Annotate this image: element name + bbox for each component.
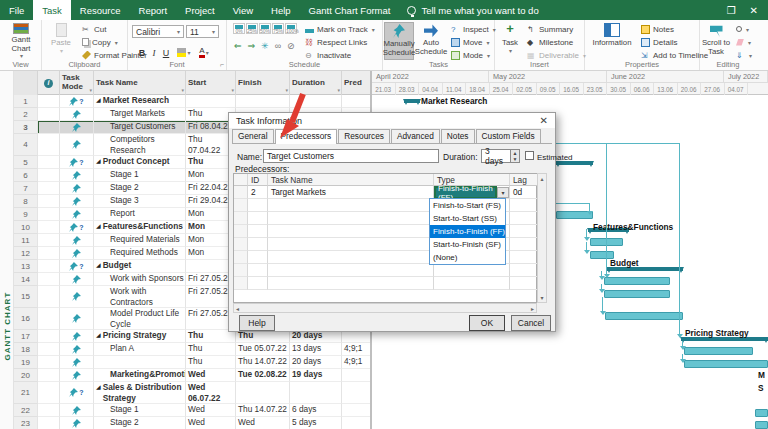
dialog-tab-advanced[interactable]: Advanced [391, 129, 440, 143]
task-name-cell[interactable]: ◢Market Research [94, 95, 186, 108]
task-name-cell[interactable]: Work with Contractors [94, 286, 186, 308]
grid-cell[interactable]: Target Markets [268, 186, 434, 199]
dialog-title-bar[interactable]: Task Information ✕ [229, 113, 555, 128]
task-information-button[interactable]: Information [587, 22, 637, 60]
task-mode-cell[interactable] [60, 208, 94, 221]
grid-cell[interactable]: 0d [510, 186, 538, 199]
task-name-cell[interactable]: ◢Budget [94, 260, 186, 273]
info-cell[interactable] [38, 108, 60, 121]
finish-cell[interactable]: Tue 02.08.22 [236, 369, 290, 382]
task-name-cell[interactable]: Required Materials [94, 234, 186, 247]
task-mode-cell[interactable] [60, 108, 94, 121]
task-name-cell[interactable]: Required Methods [94, 247, 186, 260]
tab-help[interactable]: Help [262, 0, 300, 20]
duration-cell[interactable]: 20 days [290, 356, 342, 369]
expand-collapse-icon[interactable]: ◢ [96, 95, 101, 106]
info-cell[interactable] [38, 182, 60, 195]
info-cell[interactable] [38, 234, 60, 247]
mark-on-track-button[interactable]: Mark on Track▾ [305, 23, 375, 35]
underline-button[interactable]: U [160, 46, 172, 59]
schedule-indent-controls[interactable]: ⇐⇒ ✳ ∞ ⊘ [234, 40, 295, 52]
info-cell[interactable] [38, 356, 60, 369]
row-number[interactable]: 7 [14, 182, 38, 195]
task-mode-cell[interactable] [60, 169, 94, 182]
find-button[interactable]: ▾ [736, 23, 749, 35]
task-name-cell[interactable]: ◢Pricing Strategy [94, 330, 186, 343]
dialog-close-button[interactable]: ✕ [540, 115, 548, 126]
task-mode-cell[interactable] [60, 343, 94, 356]
info-cell[interactable] [38, 273, 60, 286]
tab-task[interactable]: Task [33, 0, 71, 20]
task-mode-cell[interactable]: ? [60, 156, 94, 169]
info-cell[interactable] [38, 330, 60, 343]
task-mode-cell[interactable] [60, 234, 94, 247]
info-cell[interactable] [38, 208, 60, 221]
task-mode-cell[interactable] [60, 417, 94, 429]
row-number[interactable]: 19 [14, 356, 38, 369]
duration-cell[interactable] [290, 95, 342, 108]
font-size-combo[interactable]: 11▾ [186, 25, 219, 38]
task-mode-cell[interactable] [60, 121, 94, 134]
task-mode-header[interactable]: Task Mode▾ [60, 71, 94, 95]
grid-cell[interactable] [510, 277, 538, 290]
grid-cell[interactable] [248, 225, 268, 238]
manually-schedule-button[interactable]: Manually Schedule [384, 22, 414, 60]
row-number[interactable]: 12 [14, 247, 38, 260]
row-number[interactable]: 15 [14, 286, 38, 308]
info-cell[interactable] [38, 369, 60, 382]
task-name-cell[interactable]: ◢Features&Functions [94, 221, 186, 234]
expand-collapse-icon[interactable]: ◢ [96, 260, 101, 271]
start-cell[interactable] [186, 95, 236, 108]
info-cell[interactable] [38, 195, 60, 208]
grid-cell[interactable] [268, 212, 434, 225]
task-mode-cell[interactable] [60, 308, 94, 330]
finish-cell[interactable]: Thu 14.07.22 [236, 404, 290, 417]
respect-links-button[interactable]: ⛓Respect Links [305, 36, 367, 48]
grid-cell[interactable] [248, 212, 268, 225]
percent-complete-100-button[interactable]: 100% [285, 23, 297, 34]
ok-button[interactable]: OK [469, 315, 505, 331]
row-number[interactable]: 2 [14, 108, 38, 121]
info-cell[interactable] [38, 404, 60, 417]
start-cell[interactable]: Wed 06.07.22 [186, 382, 236, 404]
dialog-tab-custom-fields[interactable]: Custom Fields [476, 129, 541, 143]
task-mode-cell[interactable] [60, 356, 94, 369]
grid-cell[interactable] [248, 199, 268, 212]
tab-file[interactable]: File [0, 0, 33, 20]
start-cell[interactable]: Thu 16.06.22 [186, 343, 236, 356]
duration-cell[interactable]: 6 days [290, 404, 342, 417]
row-number[interactable]: 16 [14, 308, 38, 330]
duration-spinner[interactable]: ▲▼ [511, 149, 520, 163]
grid-cell[interactable] [510, 238, 538, 251]
move-button[interactable]: Move▾ [451, 36, 490, 48]
grid-cell[interactable] [434, 277, 510, 290]
tab-resource[interactable]: Resource [71, 0, 130, 20]
task-mode-cell[interactable] [60, 134, 94, 156]
grid-cell[interactable] [234, 199, 248, 212]
grid-cell[interactable] [234, 212, 248, 225]
highlight-color-button[interactable]: ▾ [176, 46, 192, 59]
copy-button[interactable]: Copy▾ [82, 36, 118, 48]
grid-cell[interactable]: 2 [248, 186, 268, 199]
tab-report[interactable]: Report [130, 0, 177, 20]
row-number[interactable]: 5 [14, 156, 38, 169]
row-number[interactable]: 8 [14, 195, 38, 208]
start-header[interactable]: Start▾ [186, 71, 236, 95]
info-cell[interactable] [38, 221, 60, 234]
task-mode-cell[interactable]: ? [60, 260, 94, 273]
row-number[interactable]: 1 [14, 95, 38, 108]
task-mode-cell[interactable] [60, 330, 94, 343]
finish-cell[interactable]: Wed 13.07.22 [236, 417, 290, 429]
auto-schedule-button[interactable]: Auto Schedule [416, 22, 446, 60]
task-mode-cell[interactable] [60, 247, 94, 260]
grid-cell[interactable] [268, 199, 434, 212]
row-number[interactable]: 20 [14, 369, 38, 382]
insert-milestone-button[interactable]: ◆Milestone [527, 36, 573, 48]
dropdown-option[interactable]: Start-to-Finish (SF) [430, 238, 505, 251]
clear-button[interactable]: ▾ [736, 36, 751, 48]
grid-cell[interactable] [248, 264, 268, 277]
dropdown-option[interactable]: Finish-to-Start (FS) [430, 199, 505, 212]
tab-gantt-chart-format[interactable]: Gantt Chart Format [300, 0, 400, 20]
combo-dropdown-button[interactable]: ▾ [497, 187, 509, 198]
row-number[interactable]: 10 [14, 221, 38, 234]
